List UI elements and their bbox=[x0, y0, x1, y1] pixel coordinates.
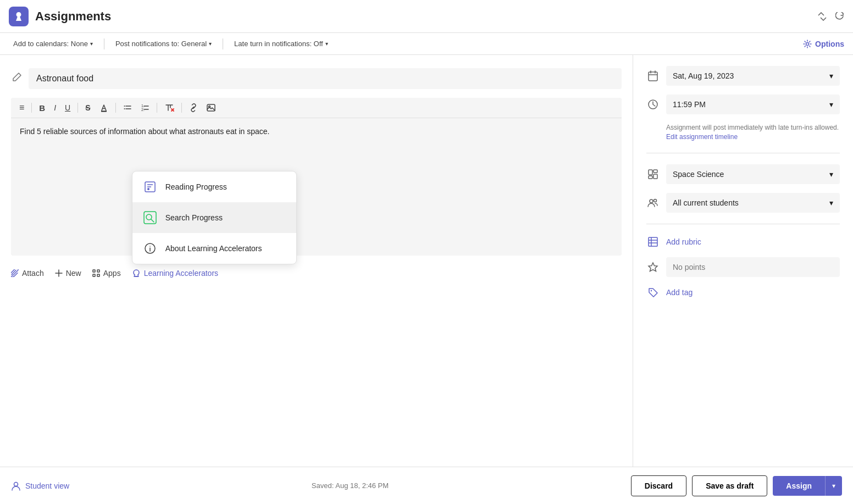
reading-progress-icon bbox=[142, 179, 158, 195]
attach-button[interactable]: Attach bbox=[11, 269, 44, 278]
add-tag-label: Add tag bbox=[666, 288, 693, 297]
refresh-button[interactable] bbox=[835, 12, 844, 21]
students-select[interactable]: All current students ▾ bbox=[666, 193, 840, 213]
due-time-chevron-icon: ▾ bbox=[829, 100, 833, 109]
category-select[interactable]: Space Science ▾ bbox=[666, 164, 840, 184]
reading-progress-item[interactable]: Reading Progress bbox=[132, 171, 296, 202]
students-field: All current students ▾ bbox=[646, 193, 840, 213]
search-progress-item[interactable]: Search Progress bbox=[132, 202, 296, 233]
editor-body[interactable]: Find 5 reliable sources of information a… bbox=[11, 118, 622, 256]
save-draft-button[interactable]: Save as draft bbox=[692, 475, 767, 496]
due-time-value: 11:59 PM bbox=[673, 100, 706, 109]
due-time-select[interactable]: 11:59 PM ▾ bbox=[666, 95, 840, 114]
discard-button[interactable]: Discard bbox=[631, 475, 686, 496]
search-progress-icon bbox=[142, 210, 158, 225]
clear-format-button[interactable] bbox=[162, 102, 177, 114]
collapse-button[interactable] bbox=[818, 12, 827, 21]
edit-timeline-link[interactable]: Edit assignment timeline bbox=[666, 133, 738, 141]
notification-setting[interactable]: Post notifications to: General ▾ bbox=[111, 37, 216, 50]
left-panel: ≡ B I U S bbox=[0, 55, 633, 467]
student-view-button[interactable]: Student view bbox=[11, 481, 69, 491]
options-button[interactable]: Options bbox=[803, 40, 844, 48]
add-tag-link[interactable]: Add tag bbox=[666, 286, 693, 299]
editor-sep-3 bbox=[157, 103, 157, 113]
font-color-icon bbox=[99, 103, 108, 112]
svg-point-48 bbox=[14, 482, 18, 486]
image-icon bbox=[207, 103, 215, 112]
svg-rect-37 bbox=[653, 170, 657, 173]
assignment-title-input[interactable] bbox=[29, 68, 622, 89]
svg-rect-19 bbox=[97, 274, 99, 276]
header-actions bbox=[818, 12, 844, 21]
due-date-select[interactable]: Sat, Aug 19, 2023 ▾ bbox=[666, 66, 840, 86]
learning-accelerators-button[interactable]: Learning Accelerators bbox=[132, 269, 218, 278]
add-rubric-link[interactable]: Add rubric bbox=[666, 235, 701, 248]
rich-text-editor: ≡ B I U S bbox=[11, 98, 622, 256]
about-learning-item[interactable]: About Learning Accelerators bbox=[132, 233, 296, 264]
svg-rect-42 bbox=[649, 237, 657, 246]
learning-accelerators-dropdown: Learning Accelerators bbox=[132, 269, 218, 278]
svg-rect-39 bbox=[649, 176, 652, 179]
timeline-note-text: Assignment will post immediately with la… bbox=[666, 124, 839, 131]
points-input[interactable]: No points bbox=[666, 257, 840, 277]
svg-point-30 bbox=[149, 246, 151, 247]
toolbar-sep-2 bbox=[223, 38, 223, 49]
font-color-button[interactable] bbox=[97, 102, 111, 114]
info-icon bbox=[142, 241, 158, 256]
late-turnin-setting[interactable]: Late turn in notifications: Off ▾ bbox=[230, 37, 333, 50]
settings-toolbar: Add to calendars: None ▾ Post notificati… bbox=[0, 33, 853, 55]
category-icon bbox=[646, 168, 660, 181]
italic-button[interactable]: I bbox=[51, 102, 59, 114]
due-date-chevron-icon: ▾ bbox=[829, 71, 833, 80]
numbered-list-icon: 1. 2. bbox=[141, 103, 149, 112]
about-learning-label: About Learning Accelerators bbox=[165, 244, 262, 253]
bullet-list-icon bbox=[123, 103, 132, 112]
svg-rect-36 bbox=[649, 170, 652, 175]
rubric-field: Add rubric bbox=[646, 235, 840, 248]
add-rubric-label: Add rubric bbox=[666, 237, 701, 246]
editor-sep-1 bbox=[77, 103, 78, 113]
link-button[interactable] bbox=[186, 102, 201, 114]
search-progress-visual bbox=[143, 211, 157, 224]
bold-button[interactable]: B bbox=[36, 102, 48, 114]
footer: Student view Saved: Aug 18, 2:46 PM Disc… bbox=[0, 467, 853, 504]
notification-chevron-icon: ▾ bbox=[209, 41, 212, 47]
student-view-label: Student view bbox=[25, 481, 69, 490]
draft-label: Save as draft bbox=[706, 481, 754, 490]
assign-dropdown-button[interactable]: ▾ bbox=[825, 476, 842, 496]
tag-icon bbox=[646, 286, 660, 299]
new-button[interactable]: New bbox=[55, 269, 81, 278]
attach-icon bbox=[11, 269, 19, 277]
toolbar-sep-1 bbox=[104, 38, 104, 49]
header: Assignments bbox=[0, 0, 853, 33]
saved-status: Saved: Aug 18, 2:46 PM bbox=[69, 481, 631, 490]
strikethrough-button[interactable]: S bbox=[82, 102, 93, 114]
calendar-setting[interactable]: Add to calendars: None ▾ bbox=[9, 37, 97, 50]
svg-rect-1 bbox=[101, 111, 107, 112]
calendar-icon bbox=[646, 69, 660, 82]
list-icon[interactable]: ≡ bbox=[16, 101, 27, 114]
bullet-list-button[interactable] bbox=[120, 102, 135, 114]
apps-button[interactable]: Apps bbox=[92, 269, 121, 278]
svg-point-2 bbox=[124, 106, 125, 107]
svg-line-27 bbox=[151, 219, 154, 222]
apps-icon bbox=[92, 269, 100, 277]
svg-rect-31 bbox=[649, 72, 657, 81]
underline-button[interactable]: U bbox=[62, 102, 73, 114]
image-button[interactable] bbox=[204, 102, 218, 114]
students-icon bbox=[646, 196, 660, 209]
numbered-list-button[interactable]: 1. 2. bbox=[138, 102, 152, 114]
saved-label: Saved: Aug 18, 2:46 PM bbox=[312, 481, 389, 490]
attach-label: Attach bbox=[22, 269, 44, 278]
title-row bbox=[11, 68, 622, 89]
star-icon bbox=[646, 261, 660, 274]
student-icon bbox=[11, 481, 21, 491]
category-chevron-icon: ▾ bbox=[829, 170, 833, 179]
assign-button[interactable]: Assign bbox=[773, 476, 825, 496]
right-panel: Sat, Aug 19, 2023 ▾ 11:59 PM ▾ Assignmen… bbox=[633, 55, 853, 467]
link-icon bbox=[189, 103, 198, 112]
students-chevron-icon: ▾ bbox=[829, 198, 833, 207]
gear-icon bbox=[803, 40, 812, 48]
points-field: No points bbox=[646, 257, 840, 277]
editor-sep-4 bbox=[181, 103, 182, 113]
